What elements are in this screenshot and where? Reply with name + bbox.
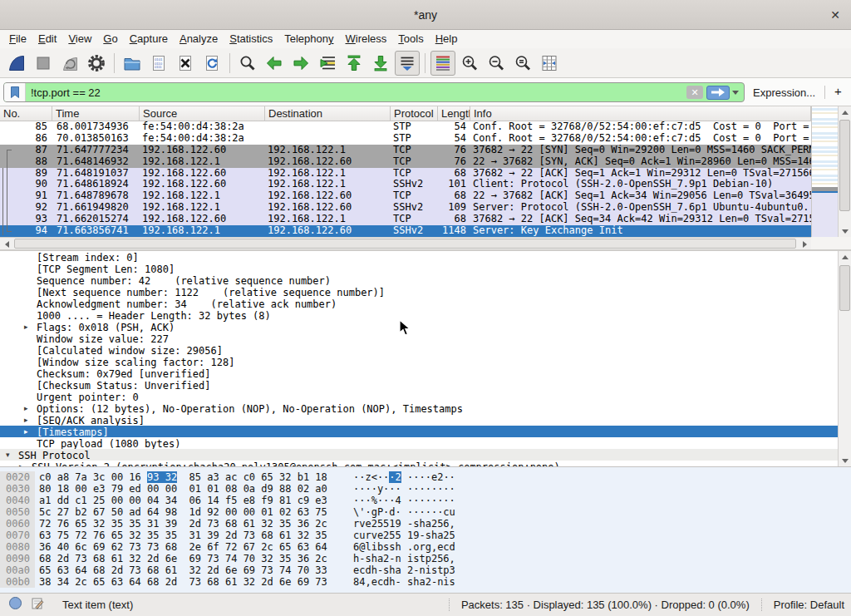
detail-line[interactable]: ▾SSH Protocol (0, 449, 838, 461)
detail-line[interactable]: [TCP Segment Len: 1080] (0, 263, 838, 274)
column-header-info[interactable]: Info (470, 106, 811, 121)
capture-comment-icon[interactable] (31, 597, 44, 614)
table-row[interactable]: 9271.661949820192.168.122.1192.168.122.6… (0, 202, 811, 214)
table-row[interactable]: 8971.648191037192.168.122.60192.168.122.… (0, 168, 811, 180)
packet-minimap[interactable] (811, 106, 838, 237)
expert-info-icon[interactable] (8, 596, 22, 614)
add-filter-button[interactable]: + (834, 84, 842, 98)
table-row[interactable]: 8568.001734936fe:54:00:d4:38:2aSTP54Conf… (0, 121, 811, 133)
hex-row[interactable]: 009068 2d 73 68 61 32 2d 6e 69 73 74 70 … (0, 553, 851, 564)
menu-edit[interactable]: Edit (32, 30, 62, 48)
details-vscrollbar[interactable] (838, 251, 851, 466)
hex-row[interactable]: 007063 75 72 76 65 32 35 35 31 39 2d 73 … (0, 530, 851, 541)
hex-row[interactable]: 00a065 63 64 68 2d 73 68 61 32 2d 6e 69 … (0, 564, 851, 576)
detail-line[interactable]: TCP payload (1080 bytes) (0, 437, 838, 449)
hex-row[interactable]: 006072 76 65 32 35 35 31 39 2d 73 68 61 … (0, 518, 851, 530)
detail-line[interactable]: ▸Flags: 0x018 (PSH, ACK) (0, 321, 838, 333)
go-next-button[interactable] (288, 51, 313, 76)
menu-go[interactable]: Go (97, 30, 123, 48)
scroll-up-icon[interactable] (839, 251, 851, 263)
save-file-button[interactable]: 010101100111 (146, 51, 171, 76)
detail-line[interactable]: Acknowledgment number: 34 (relative ack … (0, 298, 838, 309)
table-row[interactable]: 8871.648146932192.168.122.1192.168.122.6… (0, 156, 811, 168)
collapsed-arrow-icon[interactable]: ▸ (24, 426, 28, 437)
column-header-no[interactable]: No. (0, 106, 52, 121)
menu-tools[interactable]: Tools (392, 30, 429, 48)
table-row[interactable]: 9371.662015274192.168.122.60192.168.122.… (0, 214, 811, 225)
hex-row[interactable]: 0040a1 dd c1 25 00 00 04 34 06 14 f5 e8 … (0, 495, 851, 506)
menu-telephony[interactable]: Telephony (278, 30, 339, 48)
menu-help[interactable]: Help (430, 30, 464, 48)
zoom-out-button[interactable] (484, 51, 509, 76)
menu-wireless[interactable]: Wireless (340, 30, 393, 48)
column-header-protocol[interactable]: Protocol (391, 106, 438, 121)
scroll-right-icon[interactable] (798, 238, 811, 250)
scroll-left-icon[interactable] (0, 238, 13, 250)
table-row[interactable]: 9171.648789678192.168.122.1192.168.122.6… (0, 190, 811, 202)
detail-line[interactable]: [Window size scaling factor: 128] (0, 356, 838, 367)
filter-dropdown-icon[interactable] (732, 91, 739, 95)
menu-capture[interactable]: Capture (124, 30, 174, 48)
filter-apply-icon[interactable] (706, 86, 730, 100)
detail-line[interactable]: ▸[Timestamps] (0, 426, 838, 437)
detail-line[interactable]: Urgent pointer: 0 (0, 391, 838, 402)
close-icon[interactable]: ✕ (828, 7, 843, 22)
detail-line[interactable]: [Calculated window size: 29056] (0, 344, 838, 356)
zoom-in-button[interactable] (457, 51, 482, 76)
menu-file[interactable]: File (3, 30, 32, 48)
profile-label[interactable]: Profile: Default (762, 599, 844, 611)
menu-statistics[interactable]: Statistics (224, 30, 278, 48)
detail-line[interactable]: ▸Options: (12 bytes), No-Operation (NOP)… (0, 402, 838, 414)
detail-line[interactable]: Checksum: 0x79ed [unverified] (0, 367, 838, 379)
detail-line[interactable]: [Stream index: 0] (0, 251, 838, 263)
go-to-packet-button[interactable] (315, 51, 340, 76)
detail-line[interactable]: ▸SSH Version 2 (encryption:chacha20_poly… (0, 461, 838, 466)
hex-row[interactable]: 0020c0 a8 7a 3c 00 16 93 32 85 a3 ac c0 … (0, 471, 851, 483)
restart-capture-button[interactable] (57, 51, 82, 76)
go-first-button[interactable] (342, 51, 366, 76)
expression-button[interactable]: Expression... (753, 86, 815, 99)
scroll-down-icon[interactable] (839, 455, 851, 466)
collapsed-arrow-icon[interactable]: ▸ (19, 461, 23, 466)
detail-line[interactable]: Window size value: 227 (0, 333, 838, 344)
collapsed-arrow-icon[interactable]: ▸ (24, 414, 28, 426)
scroll-down-icon[interactable] (839, 225, 851, 237)
hex-row[interactable]: 00b038 34 2c 65 63 64 68 2d 73 68 61 32 … (0, 576, 851, 588)
hex-row[interactable]: 008036 40 6c 69 62 73 73 68 2e 6f 72 67 … (0, 541, 851, 553)
stop-capture-button[interactable] (31, 51, 56, 76)
scroll-thumb[interactable] (839, 265, 850, 311)
hex-row[interactable]: 003080 18 00 e3 79 ed 00 00 01 01 08 0a … (0, 483, 851, 495)
table-row[interactable]: 8771.647777234192.168.122.60192.168.122.… (0, 145, 811, 156)
menu-analyze[interactable]: Analyze (174, 30, 224, 48)
hscroll-thumb[interactable] (14, 239, 796, 249)
packet-list-vscrollbar[interactable] (838, 106, 851, 237)
title-bar[interactable]: *any ✕ (0, 0, 851, 30)
filter-bookmark-icon[interactable] (4, 83, 26, 101)
display-filter-input[interactable]: !tcp.port == 22 ✕ (3, 82, 745, 102)
table-row[interactable]: 9471.663856741192.168.122.1192.168.122.6… (0, 225, 811, 237)
detail-line[interactable]: Sequence number: 42 (relative sequence n… (0, 274, 838, 286)
find-packet-button[interactable] (235, 51, 260, 76)
scroll-up-icon[interactable] (839, 106, 851, 118)
table-row[interactable]: 9071.648618924192.168.122.60192.168.122.… (0, 179, 811, 190)
go-previous-button[interactable] (262, 51, 287, 76)
column-header-length[interactable]: Length (438, 106, 470, 121)
scroll-thumb[interactable] (839, 120, 850, 211)
table-row[interactable]: 8670.013850163fe:54:00:d4:38:2aSTP54Conf… (0, 133, 811, 145)
colorize-button[interactable] (430, 51, 455, 76)
detail-line[interactable]: 1000 .... = Header Length: 32 bytes (8) (0, 309, 838, 321)
column-header-destination[interactable]: Destination (265, 106, 391, 121)
packet-list-hscrollbar[interactable] (0, 237, 811, 249)
go-last-button[interactable] (368, 51, 393, 76)
menu-view[interactable]: View (62, 30, 97, 48)
open-file-button[interactable] (120, 51, 145, 76)
reload-file-button[interactable] (199, 51, 224, 76)
column-header-time[interactable]: Time (52, 106, 140, 121)
capture-options-button[interactable] (84, 51, 109, 76)
expanded-arrow-icon[interactable]: ▾ (6, 449, 10, 461)
detail-line[interactable]: ▸[SEQ/ACK analysis] (0, 414, 838, 426)
collapsed-arrow-icon[interactable]: ▸ (24, 321, 28, 333)
hex-row[interactable]: 00505c 27 b2 67 50 ad 64 98 1d 92 00 00 … (0, 506, 851, 518)
resize-columns-button[interactable] (537, 51, 562, 76)
filter-clear-icon[interactable]: ✕ (686, 86, 703, 99)
